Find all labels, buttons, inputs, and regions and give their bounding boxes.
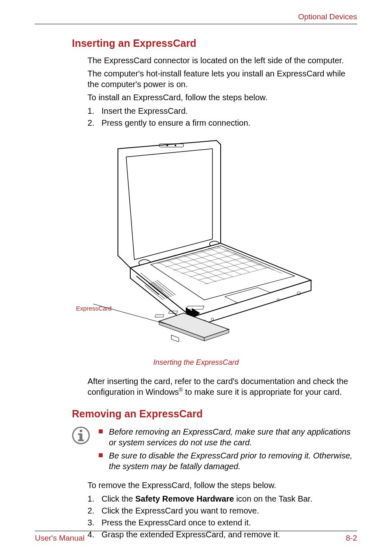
note-text: Before removing an ExpressCard, make sur… xyxy=(109,426,357,448)
step-number: 3. xyxy=(88,517,97,529)
bold-text: Safety Remove Hardware xyxy=(135,494,234,503)
list-item: 1. Insert the ExpressCard. xyxy=(88,105,357,117)
note-block: ■ Before removing an ExpressCard, make s… xyxy=(72,426,357,474)
svg-point-2 xyxy=(175,145,176,146)
header-divider xyxy=(35,24,357,24)
info-icon xyxy=(72,426,90,444)
svg-rect-9 xyxy=(155,315,164,317)
step-number: 1. xyxy=(88,493,97,505)
bullet-icon: ■ xyxy=(98,426,103,448)
footer-page-number: 8-2 xyxy=(346,534,357,543)
paragraph: To install an ExpressCard, follow the st… xyxy=(88,92,357,103)
step-text: Click the Safety Remove Hardware icon on… xyxy=(101,493,312,505)
laptop-illustration xyxy=(77,136,315,342)
svg-point-1 xyxy=(166,145,168,146)
list-item: 2. Press gently to ensure a firm connect… xyxy=(88,117,357,129)
info-icon-wrap xyxy=(72,426,91,474)
svg-rect-5 xyxy=(171,335,179,342)
list-item: 3. Press the ExpressCard once to extend … xyxy=(88,517,357,529)
bullet-icon: ■ xyxy=(98,450,103,472)
svg-point-16 xyxy=(80,430,82,432)
paragraph: To remove the ExpressCard, follow the st… xyxy=(88,480,357,491)
paragraph: After inserting the card, refer to the c… xyxy=(88,376,357,397)
list-item: ■ Be sure to disable the ExpressCard pri… xyxy=(98,450,357,472)
footer-divider xyxy=(35,531,357,531)
figure-caption: Inserting the ExpressCard xyxy=(35,358,357,367)
paragraph: The computer's hot-install feature lets … xyxy=(88,68,357,90)
svg-rect-19 xyxy=(78,440,84,441)
footer-left: User's Manual xyxy=(35,534,85,543)
step-number: 2. xyxy=(88,117,97,129)
figure-container: ExpressCard xyxy=(35,136,357,354)
registered-symbol: ® xyxy=(179,387,183,393)
heading-removing: Removing an ExpressCard xyxy=(72,408,357,420)
svg-rect-18 xyxy=(78,433,81,435)
note-text: Be sure to disable the ExpressCard prior… xyxy=(109,450,357,472)
text: Click the xyxy=(101,494,135,503)
note-list: ■ Before removing an ExpressCard, make s… xyxy=(98,426,357,474)
insert-steps-list: 1. Insert the ExpressCard. 2. Press gent… xyxy=(88,105,357,129)
step-number: 1. xyxy=(88,105,97,117)
step-text: Click the ExpressCard you want to remove… xyxy=(101,505,259,517)
text: to make sure it is appropriate for your … xyxy=(183,387,342,396)
step-number: 2. xyxy=(88,505,97,517)
page-footer: User's Manual 8-2 xyxy=(35,531,357,543)
step-text: Press gently to ensure a firm connection… xyxy=(101,117,250,129)
text: icon on the Task Bar. xyxy=(234,494,312,503)
list-item: 2. Click the ExpressCard you want to rem… xyxy=(88,505,357,517)
paragraph: The ExpressCard connector is located on … xyxy=(88,55,357,66)
figure-callout-label: ExpressCard xyxy=(76,305,112,312)
header-section-label: Optional Devices xyxy=(35,12,357,21)
step-text: Press the ExpressCard once to extend it. xyxy=(101,517,251,529)
list-item: ■ Before removing an ExpressCard, make s… xyxy=(98,426,357,448)
step-text: Insert the ExpressCard. xyxy=(101,105,188,117)
list-item: 1. Click the Safety Remove Hardware icon… xyxy=(88,493,357,505)
heading-inserting: Inserting an ExpressCard xyxy=(72,37,357,49)
